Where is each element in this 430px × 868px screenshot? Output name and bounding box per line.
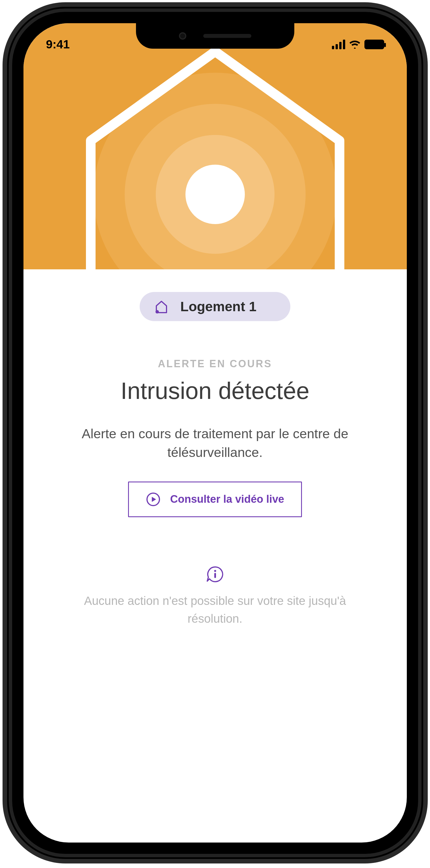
house-icon — [154, 299, 169, 314]
clock: 9:41 — [46, 38, 70, 51]
app-screen: 9:41 — [24, 23, 407, 842]
svg-rect-7 — [214, 573, 216, 578]
cta-label: Consulter la vidéo live — [170, 493, 284, 505]
info-text: Aucune action n'est possible sur votre s… — [52, 592, 378, 627]
info-block: Aucune action n'est possible sur votre s… — [52, 565, 378, 627]
alert-eyebrow: ALERTE EN COURS — [52, 358, 378, 370]
info-bubble-icon — [206, 565, 224, 583]
cellular-signal-icon — [332, 40, 345, 49]
svg-point-3 — [186, 165, 245, 224]
alert-title: Intrusion détectée — [52, 377, 378, 405]
alert-description: Alerte en cours de traitement par le cen… — [52, 424, 378, 462]
location-chip[interactable]: Logement 1 — [140, 292, 290, 321]
content-area: Logement 1 ALERTE EN COURS Intrusion dét… — [24, 269, 407, 627]
svg-point-4 — [156, 310, 159, 313]
phone-frame: 9:41 — [9, 8, 422, 857]
status-indicators — [332, 40, 384, 49]
view-live-video-button[interactable]: Consulter la vidéo live — [128, 482, 302, 517]
wifi-icon — [349, 40, 360, 49]
battery-icon — [364, 40, 384, 49]
phone-notch — [136, 23, 294, 49]
location-chip-label: Logement 1 — [180, 299, 256, 314]
play-icon — [146, 492, 161, 507]
svg-point-6 — [214, 570, 216, 572]
